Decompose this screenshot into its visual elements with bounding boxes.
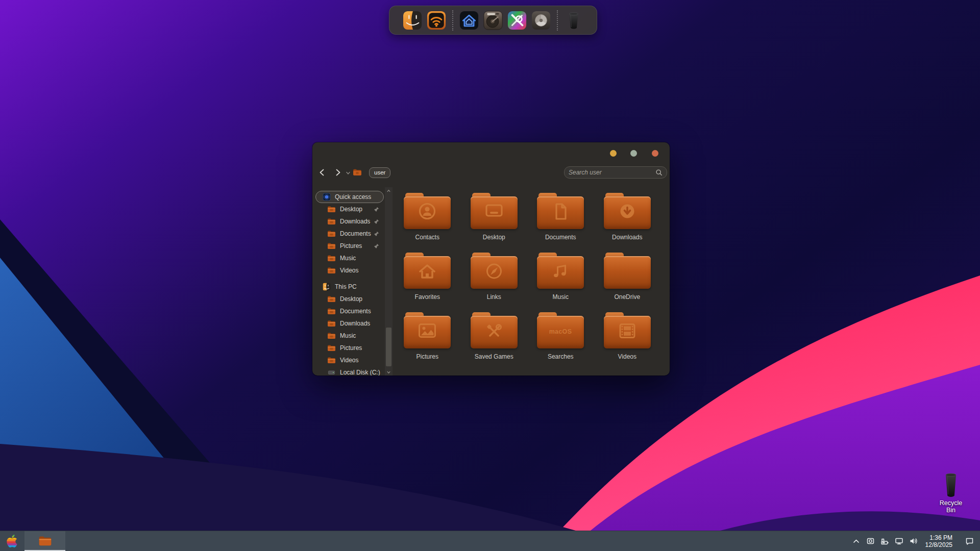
sidebar-item-quick-access-downloads[interactable]: Downloads: [315, 215, 384, 228]
sidebar-group-this-pc[interactable]: This PC: [315, 281, 384, 293]
folder-documents[interactable]: Documents: [527, 191, 594, 251]
sidebar-item-this-pc-downloads[interactable]: Downloads: [315, 317, 384, 330]
folder-pictures[interactable]: Pictures: [394, 311, 461, 370]
folder-saved-games[interactable]: Saved Games: [461, 311, 528, 370]
sidebar-item-label: Videos: [340, 267, 358, 274]
folder-searches[interactable]: macOSSearches: [527, 311, 594, 370]
folder-label: OneDrive: [614, 293, 640, 300]
folder-icon: [327, 230, 336, 237]
folder-large-icon: [471, 193, 518, 230]
speaker-icon[interactable]: [909, 537, 918, 546]
finder-icon: [403, 11, 422, 30]
folder-favorites[interactable]: Favorites: [394, 251, 461, 311]
sidebar-item-quick-access-pictures[interactable]: Pictures: [315, 240, 384, 252]
sidebar-item-label: Desktop: [340, 295, 362, 303]
utilities-icon: [507, 11, 527, 30]
sidebar-item-quick-access-videos[interactable]: Videos: [315, 264, 384, 277]
this-pc-icon: [323, 283, 331, 291]
network-display-icon[interactable]: [895, 537, 904, 546]
taskbar-left: [0, 531, 65, 551]
maximize-button[interactable]: [630, 150, 637, 157]
close-button[interactable]: [652, 150, 658, 157]
dock-item-system-preferences[interactable]: [531, 11, 551, 30]
meet-now-icon[interactable]: [866, 537, 875, 546]
battery-charging-icon[interactable]: [880, 537, 890, 546]
sidebar-group-label: Quick access: [335, 193, 371, 201]
sidebar-item-this-pc-desktop[interactable]: Desktop: [315, 293, 384, 305]
taskbar-app-file-explorer[interactable]: [24, 531, 65, 551]
minimize-button[interactable]: [610, 150, 617, 157]
folder-label: Saved Games: [475, 353, 513, 360]
sidebar-item-label: Music: [340, 255, 356, 262]
dock-item-utilities[interactable]: [507, 11, 527, 30]
folder-large-icon: [404, 193, 451, 230]
folder-contacts[interactable]: Contacts: [394, 191, 461, 251]
sidebar-item-this-pc-videos[interactable]: Videos: [315, 354, 384, 366]
taskbar-clock[interactable]: 1:36 PM 12/8/2025: [925, 534, 952, 548]
folder-large-icon: [537, 253, 584, 289]
sidebar-item-label: Music: [340, 332, 356, 339]
sidebar-item-quick-access-music[interactable]: Music: [315, 252, 384, 264]
folder-links[interactable]: Links: [461, 251, 528, 311]
dock-item-wifi[interactable]: [427, 11, 446, 30]
sidebar-scrollbar[interactable]: [385, 187, 393, 375]
sidebar-item-quick-access-desktop[interactable]: Desktop: [315, 203, 384, 215]
folder-videos[interactable]: Videos: [594, 311, 661, 370]
folder-large-icon: [604, 193, 651, 230]
folder-music[interactable]: Music: [527, 251, 594, 311]
sidebar-item-label: Downloads: [340, 320, 370, 327]
sidebar-group-quick-access[interactable]: Quick access: [315, 191, 384, 203]
folder-desktop[interactable]: Desktop: [461, 191, 528, 251]
sidebar-item-this-pc-documents[interactable]: Documents: [315, 305, 384, 317]
dock-item-finder[interactable]: [403, 11, 422, 30]
window-body: Quick accessDesktopDownloadsDocumentsPic…: [312, 187, 670, 375]
videos-glyph-icon: [615, 321, 640, 341]
home-icon: [459, 11, 479, 30]
folder-label: Searches: [548, 353, 574, 360]
forward-button[interactable]: [333, 168, 342, 177]
action-center-button[interactable]: [965, 537, 974, 546]
dock-item-hard-drive[interactable]: [483, 11, 503, 30]
navigation-bar: user: [312, 163, 670, 182]
dock-item-home[interactable]: [459, 11, 479, 30]
dock-item-trash[interactable]: [564, 11, 583, 30]
dock-divider: [557, 10, 558, 31]
folder-icon: [353, 168, 362, 176]
dock: [389, 6, 597, 35]
folder-onedrive[interactable]: OneDrive: [594, 251, 661, 311]
trash-icon: [564, 11, 583, 30]
hidden-icons-chevron[interactable]: [852, 537, 861, 546]
hard-drive-icon: [483, 11, 503, 30]
system-tray: 1:36 PM 12/8/2025: [852, 531, 980, 551]
sidebar-item-this-pc-music[interactable]: Music: [315, 330, 384, 342]
sidebar-item-label: Pictures: [340, 344, 362, 352]
sidebar-item-quick-access-documents[interactable]: Documents: [315, 228, 384, 240]
recycle-bin[interactable]: Recycle Bin: [935, 472, 967, 514]
folder-icon: [38, 535, 52, 546]
chevron-down-icon[interactable]: [346, 170, 351, 176]
contacts-glyph-icon: [415, 202, 439, 222]
folder-icon: [327, 267, 336, 274]
folder-icon: [327, 255, 336, 262]
sidebar-item-label: Documents: [340, 230, 371, 237]
scrollbar-down-button[interactable]: [385, 368, 393, 375]
documents-glyph-icon: [548, 202, 573, 222]
sidebar-item-label: Pictures: [340, 242, 362, 249]
sidebar-item-this-pc-pictures[interactable]: Pictures: [315, 342, 384, 354]
back-button[interactable]: [317, 168, 327, 177]
scrollbar-up-button[interactable]: [385, 187, 393, 194]
folder-large-icon: [537, 193, 584, 230]
magnifier-icon[interactable]: [655, 169, 663, 176]
apple-logo-icon: [7, 535, 17, 547]
search-input[interactable]: [569, 169, 655, 176]
system-preferences-icon: [531, 11, 551, 30]
titlebar[interactable]: [312, 142, 670, 163]
breadcrumb[interactable]: user: [369, 167, 390, 178]
start-button[interactable]: [0, 531, 23, 551]
searches-glyph-icon: macOS: [548, 321, 573, 341]
folder-downloads[interactable]: Downloads: [594, 191, 661, 251]
sidebar-item-this-pc-local-disk-c[interactable]: Local Disk (C:): [315, 366, 384, 375]
clock-date: 12/8/2025: [925, 541, 952, 548]
scrollbar-thumb[interactable]: [386, 328, 391, 366]
pin-icon: [374, 207, 379, 212]
